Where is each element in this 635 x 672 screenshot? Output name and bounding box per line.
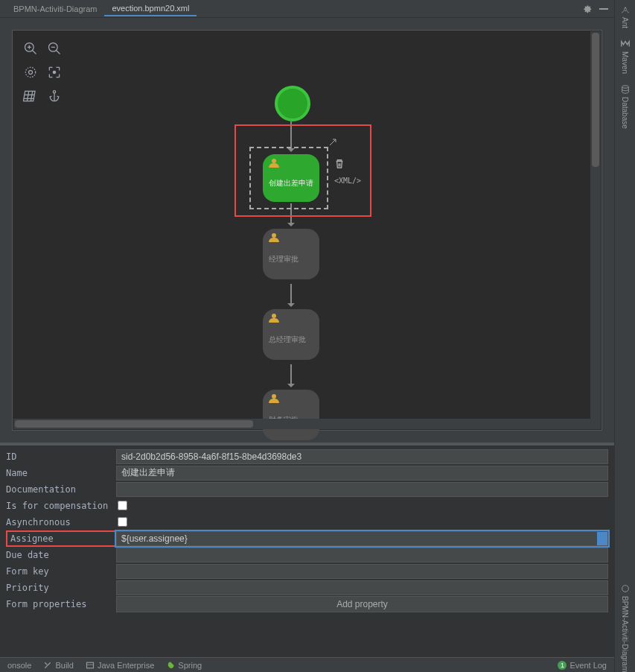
priority-label: Priority <box>6 583 116 593</box>
rail-maven[interactable]: Maven <box>620 39 631 74</box>
add-property-button[interactable]: Add property <box>116 596 608 612</box>
id-field[interactable]: sid-2d0b2d56-8958-4a6f-8f15-8be4d3698de3 <box>116 449 608 464</box>
user-icon <box>269 394 279 403</box>
properties-panel: IDsid-2d0b2d56-8958-4a6f-8f15-8be4d3698d… <box>0 446 614 657</box>
start-event[interactable] <box>275 86 310 121</box>
bpmn-canvas[interactable]: <XML/> 创建出差申请 经理审批 总经理审批 财务审批 <box>12 30 602 431</box>
sequence-flow[interactable] <box>290 284 292 306</box>
name-field[interactable]: 创建出差申请 <box>116 466 608 481</box>
documentation-label: Documentation <box>6 484 116 495</box>
asynchronous-checkbox[interactable] <box>118 517 127 527</box>
compensation-checkbox[interactable] <box>118 501 127 510</box>
svg-point-14 <box>622 86 628 89</box>
rail-ant[interactable]: Ant <box>620 4 631 28</box>
tab-file[interactable]: evection.bpmn20.xml <box>104 1 197 16</box>
id-label: ID <box>6 451 116 462</box>
task-create-application[interactable]: 创建出差申请 <box>263 154 319 202</box>
delete-icon[interactable] <box>334 159 361 171</box>
priority-field[interactable] <box>116 580 608 595</box>
form-properties-label: Form properties <box>6 599 116 609</box>
sequence-flow[interactable] <box>290 364 292 387</box>
status-bar: onsole Build Java Enterprise Spring 1Eve… <box>0 657 614 672</box>
sb-build[interactable]: Build <box>43 661 73 670</box>
selection-tools: <XML/> <box>334 159 361 185</box>
svg-rect-12 <box>86 662 93 668</box>
vertical-scrollbar[interactable] <box>590 31 601 429</box>
horizontal-scrollbar[interactable] <box>13 419 590 429</box>
form-key-field[interactable] <box>116 564 608 579</box>
right-tool-rail: Ant Maven Database BPMN-Activiti-Diagram <box>614 0 635 672</box>
user-icon <box>269 233 279 242</box>
task-finance-approve[interactable]: 财务审批 <box>263 390 319 440</box>
sb-onsole[interactable]: onsole <box>7 661 31 670</box>
svg-point-15 <box>622 585 628 592</box>
user-icon <box>269 159 279 168</box>
sb-event-log[interactable]: 1Event Log <box>558 661 607 670</box>
sb-spring[interactable]: Spring <box>166 661 202 670</box>
rail-bpmn[interactable]: BPMN-Activiti-Diagram <box>620 583 631 672</box>
assignee-label: Assignee <box>6 530 116 547</box>
due-date-field[interactable] <box>116 548 608 562</box>
tab-diagram[interactable]: BPMN-Activiti-Diagram <box>6 2 104 16</box>
editor-tabs: BPMN-Activiti-Diagram evection.bpmn20.xm… <box>0 0 614 18</box>
documentation-field[interactable] <box>116 482 608 497</box>
sb-java-enterprise[interactable]: Java Enterprise <box>86 661 154 670</box>
asynchronous-label: Asynchronous <box>6 517 116 527</box>
name-label: Name <box>6 468 116 478</box>
minimize-icon[interactable] <box>599 8 608 10</box>
due-date-label: Due date <box>6 550 116 560</box>
user-icon <box>269 314 279 323</box>
gear-icon[interactable] <box>582 4 592 13</box>
assignee-field[interactable]: ${user.assignee} <box>116 531 608 546</box>
task-manager-approve[interactable]: 经理审批 <box>263 229 319 279</box>
task-gm-approve[interactable]: 总经理审批 <box>263 309 319 360</box>
compensation-label: Is for compensation <box>6 501 116 511</box>
diagram: <XML/> 创建出差申请 经理审批 总经理审批 财务审批 <box>13 31 602 430</box>
form-key-label: Form key <box>6 566 116 577</box>
xml-action[interactable]: <XML/> <box>334 177 361 185</box>
notification-badge: 1 <box>558 661 567 670</box>
rail-database[interactable]: Database <box>620 84 631 129</box>
